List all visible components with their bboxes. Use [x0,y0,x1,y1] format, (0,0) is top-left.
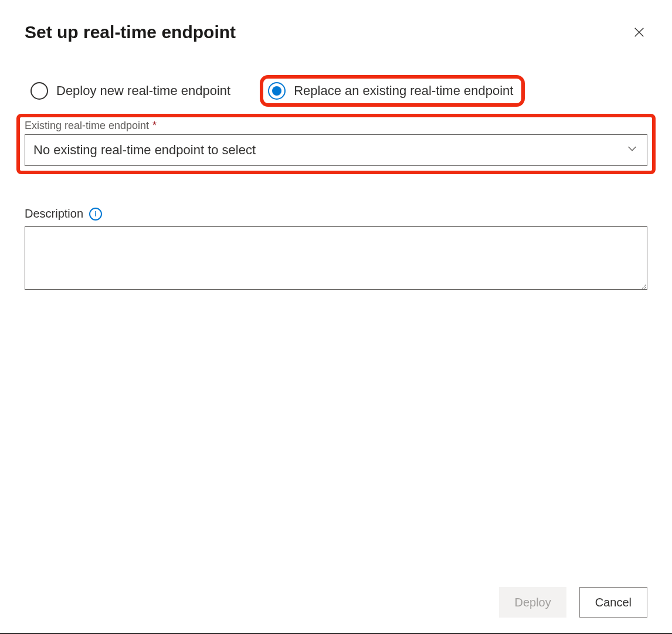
existing-endpoint-label: Existing real-time endpoint * [25,120,647,132]
radio-replace-existing[interactable]: Replace an existing real-time endpoint [260,75,525,107]
close-icon [633,26,646,39]
description-textarea[interactable] [25,226,647,290]
deployment-mode-radio-group: Deploy new real-time endpoint Replace an… [25,75,647,107]
chevron-down-icon [626,142,639,158]
description-label: Description [25,207,83,221]
cancel-button[interactable]: Cancel [579,587,647,618]
radio-deploy-new-label: Deploy new real-time endpoint [56,83,230,99]
existing-endpoint-field: Existing real-time endpoint * No existin… [16,114,656,174]
info-icon[interactable]: i [89,208,102,221]
deploy-button[interactable]: Deploy [499,587,566,618]
page-title: Set up real-time endpoint [25,22,236,42]
dialog-footer: Deploy Cancel [499,587,647,618]
description-field: Description i [25,207,647,292]
existing-endpoint-select[interactable]: No existing real-time endpoint to select [25,134,647,166]
radio-deploy-new[interactable]: Deploy new real-time endpoint [25,79,236,103]
existing-endpoint-label-text: Existing real-time endpoint [25,120,149,132]
existing-endpoint-selected-text: No existing real-time endpoint to select [33,143,256,158]
radio-circle-icon [30,82,48,100]
radio-replace-existing-label: Replace an existing real-time endpoint [294,83,513,99]
close-button[interactable] [631,24,647,40]
required-indicator: * [152,120,157,132]
radio-circle-icon [268,82,286,100]
